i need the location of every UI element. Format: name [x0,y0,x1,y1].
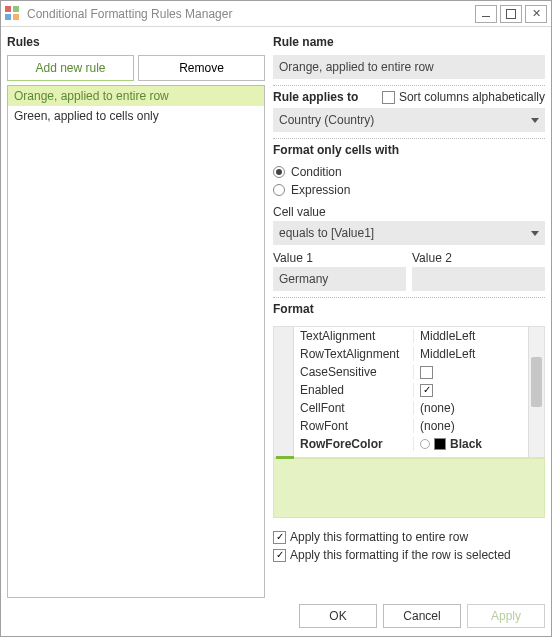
property-row[interactable]: CellFont(none) [294,399,528,417]
rules-heading: Rules [7,35,265,49]
property-value[interactable]: MiddleLeft [414,347,528,361]
radio-icon [273,166,285,178]
window-title: Conditional Formatting Rules Manager [27,7,472,21]
color-ring-icon [420,439,430,449]
radio-icon [273,184,285,196]
titlebar: Conditional Formatting Rules Manager ✕ [1,1,551,27]
dialog-footer: OK Cancel Apply [1,600,551,636]
property-row[interactable]: TextAlignmentMiddleLeft [294,327,528,345]
property-grid-category-strip [274,327,294,457]
maximize-button[interactable] [500,5,522,23]
format-preview [273,458,545,518]
value2-label: Value 2 [412,251,545,265]
add-new-rule-button[interactable]: Add new rule [7,55,134,81]
rule-name-input[interactable]: Orange, applied to entire row [273,55,545,79]
property-name: Enabled [294,383,414,397]
rule-name-heading: Rule name [273,35,545,49]
property-name: RowTextAlignment [294,347,414,361]
value2-input[interactable] [412,267,545,291]
close-button[interactable]: ✕ [525,5,547,23]
property-name: CaseSensitive [294,365,414,379]
color-swatch-icon [434,438,446,450]
property-row[interactable]: RowFont(none) [294,417,528,435]
property-row[interactable]: CaseSensitive [294,363,528,381]
checkbox-icon [273,531,286,544]
format-heading: Format [273,302,545,316]
applies-to-heading: Rule applies to [273,90,358,104]
checkbox-icon [420,384,433,397]
cell-value-combo[interactable]: equals to [Value1] [273,221,545,245]
property-name: TextAlignment [294,329,414,343]
sort-columns-checkbox[interactable]: Sort columns alphabetically [382,90,545,104]
rule-row[interactable]: Orange, applied to entire row [8,86,264,106]
property-grid[interactable]: TextAlignmentMiddleLeftRowTextAlignmentM… [273,326,545,458]
property-value[interactable]: (none) [414,419,528,433]
chevron-down-icon [531,118,539,123]
property-name: RowForeColor [294,437,414,451]
checkbox-icon [273,549,286,562]
cell-value-heading: Cell value [273,205,545,219]
apply-if-selected-checkbox[interactable]: Apply this formatting if the row is sele… [273,548,545,562]
radio-condition[interactable]: Condition [273,165,545,179]
rule-row[interactable]: Green, applied to cells only [8,106,264,126]
minimize-button[interactable] [475,5,497,23]
checkbox-icon [382,91,395,104]
ok-button[interactable]: OK [299,604,377,628]
property-row[interactable]: RowForeColorBlack [294,435,528,453]
value1-label: Value 1 [273,251,406,265]
property-name: CellFont [294,401,414,415]
value1-input[interactable]: Germany [273,267,406,291]
property-name: RowFont [294,419,414,433]
radio-expression[interactable]: Expression [273,183,545,197]
property-value[interactable]: MiddleLeft [414,329,528,343]
property-value[interactable] [414,366,528,379]
applies-to-combo[interactable]: Country (Country) [273,108,545,132]
property-value[interactable]: (none) [414,401,528,415]
property-value[interactable] [414,384,528,397]
rules-list[interactable]: Orange, applied to entire rowGreen, appl… [7,85,265,598]
apply-entire-row-checkbox[interactable]: Apply this formatting to entire row [273,530,545,544]
remove-rule-button[interactable]: Remove [138,55,265,81]
chevron-down-icon [531,231,539,236]
property-row[interactable]: Enabled [294,381,528,399]
property-value[interactable]: Black [414,437,528,451]
app-icon [5,6,21,22]
window: Conditional Formatting Rules Manager ✕ R… [0,0,552,637]
property-row[interactable]: RowTextAlignmentMiddleLeft [294,345,528,363]
apply-button[interactable]: Apply [467,604,545,628]
scrollbar-thumb[interactable] [531,357,542,407]
format-only-heading: Format only cells with [273,143,545,157]
checkbox-icon [420,366,433,379]
scrollbar[interactable] [528,327,544,457]
cancel-button[interactable]: Cancel [383,604,461,628]
